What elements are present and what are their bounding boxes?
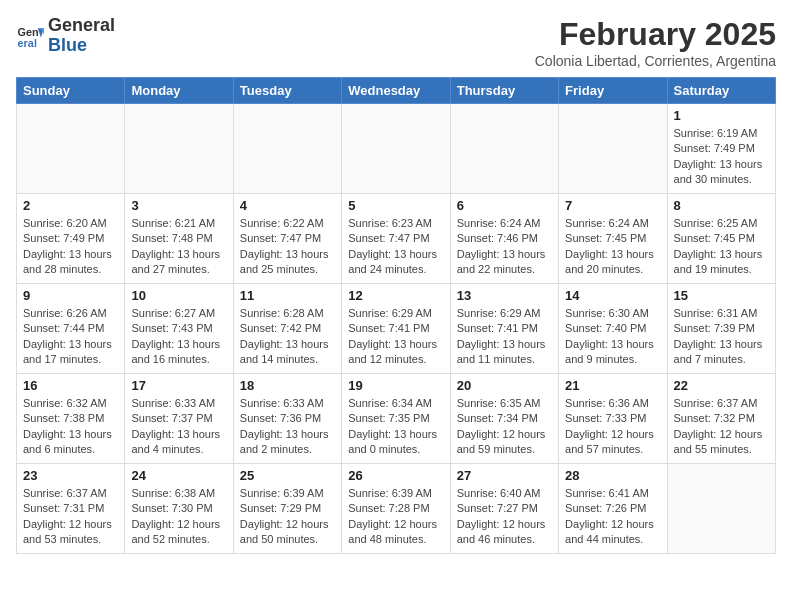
day-of-week-header: Friday [559, 78, 667, 104]
calendar-table: SundayMondayTuesdayWednesdayThursdayFrid… [16, 77, 776, 554]
day-number: 13 [457, 288, 552, 303]
day-number: 14 [565, 288, 660, 303]
day-info: Sunrise: 6:37 AM Sunset: 7:31 PM Dayligh… [23, 486, 118, 548]
calendar-week-row: 23Sunrise: 6:37 AM Sunset: 7:31 PM Dayli… [17, 464, 776, 554]
logo-general-text: General [48, 15, 115, 35]
logo-icon: Gen eral [16, 22, 44, 50]
calendar-day-cell: 16Sunrise: 6:32 AM Sunset: 7:38 PM Dayli… [17, 374, 125, 464]
day-number: 28 [565, 468, 660, 483]
day-number: 20 [457, 378, 552, 393]
day-info: Sunrise: 6:21 AM Sunset: 7:48 PM Dayligh… [131, 216, 226, 278]
day-info: Sunrise: 6:30 AM Sunset: 7:40 PM Dayligh… [565, 306, 660, 368]
calendar-day-cell [17, 104, 125, 194]
day-number: 10 [131, 288, 226, 303]
calendar-day-cell: 1Sunrise: 6:19 AM Sunset: 7:49 PM Daylig… [667, 104, 775, 194]
day-info: Sunrise: 6:22 AM Sunset: 7:47 PM Dayligh… [240, 216, 335, 278]
day-of-week-header: Tuesday [233, 78, 341, 104]
day-info: Sunrise: 6:24 AM Sunset: 7:46 PM Dayligh… [457, 216, 552, 278]
calendar-day-cell [342, 104, 450, 194]
calendar-day-cell: 10Sunrise: 6:27 AM Sunset: 7:43 PM Dayli… [125, 284, 233, 374]
day-number: 27 [457, 468, 552, 483]
day-info: Sunrise: 6:39 AM Sunset: 7:28 PM Dayligh… [348, 486, 443, 548]
calendar-day-cell: 18Sunrise: 6:33 AM Sunset: 7:36 PM Dayli… [233, 374, 341, 464]
day-number: 12 [348, 288, 443, 303]
day-info: Sunrise: 6:28 AM Sunset: 7:42 PM Dayligh… [240, 306, 335, 368]
day-info: Sunrise: 6:26 AM Sunset: 7:44 PM Dayligh… [23, 306, 118, 368]
calendar-week-row: 16Sunrise: 6:32 AM Sunset: 7:38 PM Dayli… [17, 374, 776, 464]
day-number: 11 [240, 288, 335, 303]
day-number: 26 [348, 468, 443, 483]
calendar-day-cell: 24Sunrise: 6:38 AM Sunset: 7:30 PM Dayli… [125, 464, 233, 554]
calendar-day-cell: 2Sunrise: 6:20 AM Sunset: 7:49 PM Daylig… [17, 194, 125, 284]
day-number: 3 [131, 198, 226, 213]
day-number: 9 [23, 288, 118, 303]
day-info: Sunrise: 6:32 AM Sunset: 7:38 PM Dayligh… [23, 396, 118, 458]
day-number: 23 [23, 468, 118, 483]
day-number: 5 [348, 198, 443, 213]
day-info: Sunrise: 6:40 AM Sunset: 7:27 PM Dayligh… [457, 486, 552, 548]
calendar-day-cell: 17Sunrise: 6:33 AM Sunset: 7:37 PM Dayli… [125, 374, 233, 464]
day-info: Sunrise: 6:36 AM Sunset: 7:33 PM Dayligh… [565, 396, 660, 458]
calendar-day-cell: 3Sunrise: 6:21 AM Sunset: 7:48 PM Daylig… [125, 194, 233, 284]
day-number: 2 [23, 198, 118, 213]
month-title: February 2025 [535, 16, 776, 53]
day-number: 7 [565, 198, 660, 213]
calendar-day-cell: 6Sunrise: 6:24 AM Sunset: 7:46 PM Daylig… [450, 194, 558, 284]
day-number: 4 [240, 198, 335, 213]
calendar-day-cell: 12Sunrise: 6:29 AM Sunset: 7:41 PM Dayli… [342, 284, 450, 374]
day-number: 1 [674, 108, 769, 123]
day-info: Sunrise: 6:24 AM Sunset: 7:45 PM Dayligh… [565, 216, 660, 278]
day-number: 22 [674, 378, 769, 393]
calendar-day-cell [559, 104, 667, 194]
day-info: Sunrise: 6:25 AM Sunset: 7:45 PM Dayligh… [674, 216, 769, 278]
day-of-week-header: Sunday [17, 78, 125, 104]
day-number: 19 [348, 378, 443, 393]
day-of-week-header: Monday [125, 78, 233, 104]
day-number: 18 [240, 378, 335, 393]
calendar-day-cell: 26Sunrise: 6:39 AM Sunset: 7:28 PM Dayli… [342, 464, 450, 554]
day-info: Sunrise: 6:35 AM Sunset: 7:34 PM Dayligh… [457, 396, 552, 458]
day-info: Sunrise: 6:38 AM Sunset: 7:30 PM Dayligh… [131, 486, 226, 548]
day-number: 8 [674, 198, 769, 213]
day-info: Sunrise: 6:39 AM Sunset: 7:29 PM Dayligh… [240, 486, 335, 548]
calendar-day-cell: 14Sunrise: 6:30 AM Sunset: 7:40 PM Dayli… [559, 284, 667, 374]
calendar-day-cell: 25Sunrise: 6:39 AM Sunset: 7:29 PM Dayli… [233, 464, 341, 554]
day-of-week-header: Thursday [450, 78, 558, 104]
calendar-day-cell: 4Sunrise: 6:22 AM Sunset: 7:47 PM Daylig… [233, 194, 341, 284]
day-info: Sunrise: 6:31 AM Sunset: 7:39 PM Dayligh… [674, 306, 769, 368]
calendar-day-cell: 21Sunrise: 6:36 AM Sunset: 7:33 PM Dayli… [559, 374, 667, 464]
day-info: Sunrise: 6:41 AM Sunset: 7:26 PM Dayligh… [565, 486, 660, 548]
day-number: 16 [23, 378, 118, 393]
location-subtitle: Colonia Libertad, Corrientes, Argentina [535, 53, 776, 69]
calendar-day-cell [233, 104, 341, 194]
calendar-day-cell: 15Sunrise: 6:31 AM Sunset: 7:39 PM Dayli… [667, 284, 775, 374]
day-info: Sunrise: 6:20 AM Sunset: 7:49 PM Dayligh… [23, 216, 118, 278]
day-number: 24 [131, 468, 226, 483]
calendar-day-cell: 19Sunrise: 6:34 AM Sunset: 7:35 PM Dayli… [342, 374, 450, 464]
calendar-day-cell: 8Sunrise: 6:25 AM Sunset: 7:45 PM Daylig… [667, 194, 775, 284]
calendar-day-cell: 13Sunrise: 6:29 AM Sunset: 7:41 PM Dayli… [450, 284, 558, 374]
day-info: Sunrise: 6:27 AM Sunset: 7:43 PM Dayligh… [131, 306, 226, 368]
day-number: 15 [674, 288, 769, 303]
day-number: 21 [565, 378, 660, 393]
title-area: February 2025 Colonia Libertad, Corrient… [535, 16, 776, 69]
day-info: Sunrise: 6:29 AM Sunset: 7:41 PM Dayligh… [348, 306, 443, 368]
day-info: Sunrise: 6:29 AM Sunset: 7:41 PM Dayligh… [457, 306, 552, 368]
day-info: Sunrise: 6:34 AM Sunset: 7:35 PM Dayligh… [348, 396, 443, 458]
day-of-week-header: Saturday [667, 78, 775, 104]
calendar-day-cell [450, 104, 558, 194]
day-number: 25 [240, 468, 335, 483]
calendar-week-row: 1Sunrise: 6:19 AM Sunset: 7:49 PM Daylig… [17, 104, 776, 194]
day-info: Sunrise: 6:37 AM Sunset: 7:32 PM Dayligh… [674, 396, 769, 458]
calendar-day-cell: 20Sunrise: 6:35 AM Sunset: 7:34 PM Dayli… [450, 374, 558, 464]
day-info: Sunrise: 6:33 AM Sunset: 7:36 PM Dayligh… [240, 396, 335, 458]
day-of-week-header: Wednesday [342, 78, 450, 104]
calendar-day-cell: 7Sunrise: 6:24 AM Sunset: 7:45 PM Daylig… [559, 194, 667, 284]
calendar-day-cell [125, 104, 233, 194]
calendar-day-cell: 11Sunrise: 6:28 AM Sunset: 7:42 PM Dayli… [233, 284, 341, 374]
calendar-day-cell: 9Sunrise: 6:26 AM Sunset: 7:44 PM Daylig… [17, 284, 125, 374]
day-info: Sunrise: 6:23 AM Sunset: 7:47 PM Dayligh… [348, 216, 443, 278]
logo: Gen eral General Blue [16, 16, 115, 56]
calendar-day-cell [667, 464, 775, 554]
calendar-header-row: SundayMondayTuesdayWednesdayThursdayFrid… [17, 78, 776, 104]
